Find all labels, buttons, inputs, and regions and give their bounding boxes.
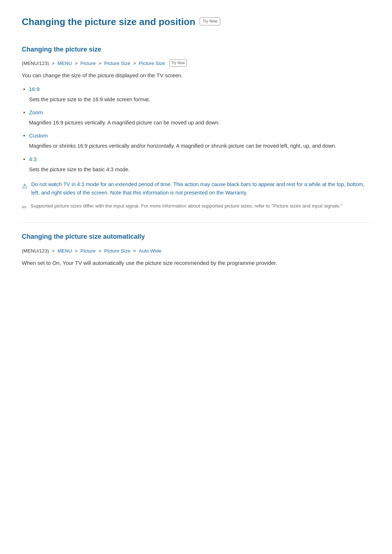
desc-zoom: Magnifies 16:9 pictures vertically. A ma…	[29, 120, 220, 126]
term-43: 4:3	[29, 155, 370, 164]
page-title-text: Changing the picture size and position	[22, 15, 195, 30]
section-divider	[22, 222, 370, 223]
breadcrumb-sep-4: >	[133, 61, 138, 66]
desc-custom: Magnifies or shrinks 16:9 pictures verti…	[29, 143, 336, 149]
breadcrumb-1: (MENU/123) > MENU > Picture > Picture Si…	[22, 59, 370, 67]
breadcrumb-picture[interactable]: Picture	[81, 61, 96, 66]
page-title: Changing the picture size and position T…	[22, 15, 370, 33]
breadcrumb-picture-size-1[interactable]: Picture Size	[104, 61, 130, 66]
list-item-custom: Custom Magnifies or shrinks 16:9 picture…	[29, 131, 370, 150]
breadcrumb-2-sep-1: >	[52, 248, 56, 254]
term-zoom: Zoom	[29, 108, 370, 117]
section-title-1: Changing the picture size	[22, 44, 370, 55]
list-item-zoom: Zoom Magnifies 16:9 pictures vertically.…	[29, 108, 370, 127]
note-box: ✏ Supported picture sizes differ with th…	[22, 202, 370, 212]
breadcrumb-2-picture[interactable]: Picture	[81, 248, 96, 254]
section-change-picture-size: Changing the picture size (MENU/123) > M…	[22, 44, 370, 213]
breadcrumb-2-menu123: (MENU/123)	[22, 248, 49, 254]
note-text: Supported picture sizes differ with the …	[30, 202, 342, 210]
breadcrumb-menu123: (MENU/123)	[22, 61, 49, 66]
breadcrumb-sep-2: >	[75, 61, 79, 66]
try-now-badge-breadcrumb-1[interactable]: Try Now	[169, 59, 187, 67]
warning-text: Do not watch TV in 4:3 mode for an exten…	[31, 180, 370, 197]
try-now-badge-title[interactable]: Try Now	[200, 17, 220, 25]
picture-size-list: 16:9 Sets the picture size to the 16:9 w…	[22, 85, 370, 174]
desc-43: Sets the picture size to the basic 4:3 m…	[29, 167, 130, 172]
list-item-169: 16:9 Sets the picture size to the 16:9 w…	[29, 85, 370, 104]
section-change-picture-size-auto: Changing the picture size automatically …	[22, 231, 370, 267]
breadcrumb-sep-3: >	[98, 61, 103, 66]
breadcrumb-picture-size-2[interactable]: Picture Size	[139, 61, 165, 66]
pencil-icon: ✏	[22, 202, 27, 212]
list-item-43: 4:3 Sets the picture size to the basic 4…	[29, 155, 370, 174]
intro-text-1: You can change the size of the picture d…	[22, 71, 370, 80]
breadcrumb-sep-1: >	[52, 61, 56, 66]
breadcrumb-2-sep-2: >	[75, 248, 79, 254]
breadcrumb-2-picture-size[interactable]: Picture Size	[104, 248, 130, 254]
breadcrumb-2-menu[interactable]: MENU	[57, 248, 72, 254]
warning-triangle-icon: ⚠	[22, 181, 28, 192]
breadcrumb-menu[interactable]: MENU	[57, 61, 72, 66]
breadcrumb-2-sep-4: >	[133, 248, 138, 254]
section-title-2: Changing the picture size automatically	[22, 231, 370, 242]
term-custom: Custom	[29, 131, 370, 140]
intro-text-2: When set to On, Your TV will automatical…	[22, 259, 370, 267]
desc-169: Sets the picture size to the 16:9 wide s…	[29, 97, 150, 102]
breadcrumb-2: (MENU/123) > MENU > Picture > Picture Si…	[22, 247, 370, 255]
term-169: 16:9	[29, 85, 370, 94]
breadcrumb-2-auto-wide[interactable]: Auto Wide	[139, 248, 161, 254]
warning-box: ⚠ Do not watch TV in 4:3 mode for an ext…	[22, 180, 370, 197]
breadcrumb-2-sep-3: >	[98, 248, 103, 254]
